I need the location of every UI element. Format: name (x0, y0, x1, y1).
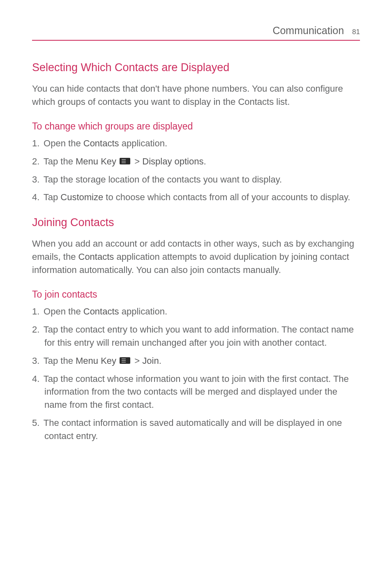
contacts-app-label: Contacts (83, 306, 119, 317)
step-1: 1. Open the Contacts application. (32, 137, 360, 150)
steps-change-groups: 1. Open the Contacts application. 2. Tap… (32, 137, 360, 204)
step-3: 3. Tap the Menu Key > Join. (32, 354, 360, 368)
sub-heading-change-groups: To change which groups are displayed (32, 121, 360, 132)
steps-join-contacts: 1. Open the Contacts application. 2. Tap… (32, 305, 360, 443)
step-4: 4. Tap the contact whose information you… (32, 372, 360, 412)
page-number: 81 (352, 28, 360, 36)
header-section-title: Communication (272, 25, 344, 37)
document-page: Communication 81 Selecting Which Contact… (0, 0, 392, 472)
customize-label: Customize (60, 192, 103, 202)
section1-intro: You can hide contacts that don't have ph… (32, 82, 360, 109)
step-2: 2. Tap the Menu Key > Display options. (32, 155, 360, 168)
menu-key-label: Menu Key (76, 156, 116, 166)
contacts-app-label: Contacts (78, 252, 114, 262)
display-options-label: Display options (142, 156, 203, 166)
menu-key-icon (120, 158, 130, 164)
section-heading-joining: Joining Contacts (32, 216, 360, 229)
step-1: 1. Open the Contacts application. (32, 305, 360, 318)
step-5: 5. The contact information is saved auto… (32, 416, 360, 443)
step-4: 4. Tap Customize to choose which contact… (32, 191, 360, 204)
sub-heading-join-contacts: To join contacts (32, 289, 360, 300)
section2-intro: When you add an account or add contacts … (32, 237, 360, 277)
join-label: Join (142, 356, 159, 366)
menu-key-label: Menu Key (76, 356, 116, 366)
step-2: 2. Tap the contact entry to which you wa… (32, 323, 360, 349)
section-heading-selecting: Selecting Which Contacts are Displayed (32, 61, 360, 74)
menu-key-icon (120, 357, 130, 364)
page-header: Communication 81 (32, 25, 360, 41)
step-3: 3. Tap the storage location of the conta… (32, 173, 360, 186)
contacts-app-label: Contacts (83, 138, 119, 148)
